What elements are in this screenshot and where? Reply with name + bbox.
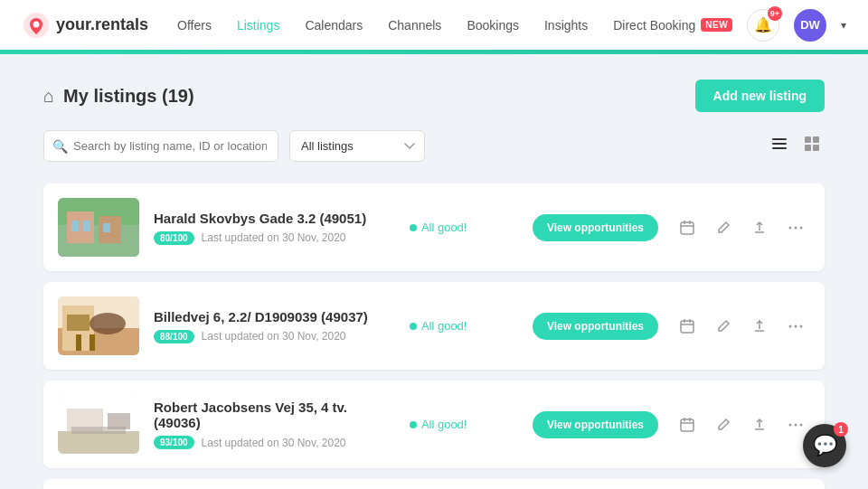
chat-button[interactable]: 💬 1 [803, 424, 846, 467]
listing-status: All good! [410, 221, 518, 234]
status-text: All good! [421, 418, 467, 431]
listing-info: Harald Skovbys Gade 3.2 (49051) 80/100 L… [154, 211, 395, 245]
listing-thumbnail [58, 296, 139, 355]
svg-point-35 [795, 324, 797, 327]
listing-item: Robert Jacobsens Vej 35, 4 tv. (49036) 9… [43, 381, 825, 468]
add-new-listing-button[interactable]: Add new listing [695, 80, 825, 112]
user-avatar[interactable]: DW [794, 9, 826, 42]
listing-actions [673, 410, 810, 439]
svg-point-49 [800, 423, 803, 426]
svg-rect-29 [90, 334, 95, 351]
listing-meta: 93/100 Last updated on 30 Nov, 2020 [154, 436, 395, 449]
calendar-icon [679, 318, 695, 334]
search-icon: 🔍 [52, 139, 68, 154]
listing-name: Harald Skovbys Gade 3.2 (49051) [154, 211, 395, 226]
status-dot [410, 323, 417, 330]
calendar-icon [679, 417, 695, 433]
search-input[interactable] [43, 130, 278, 162]
listing-item: Billedvej 6, 2.2/ D1909039 (49037) 88/10… [43, 282, 825, 370]
view-opportunities-button[interactable]: View opportunities [533, 411, 658, 438]
notifications-button[interactable]: 🔔 9+ [747, 9, 779, 42]
svg-rect-4 [772, 147, 787, 149]
share-button[interactable] [745, 410, 774, 439]
page-title: ⌂ My listings (19) [43, 86, 194, 107]
calendar-button[interactable] [673, 213, 702, 242]
filters-row: 🔍 All listings Active Inactive Archived [43, 130, 825, 162]
svg-point-48 [795, 423, 797, 426]
svg-rect-15 [103, 223, 110, 232]
svg-point-36 [800, 324, 803, 327]
edit-button[interactable] [709, 410, 738, 439]
calendar-button[interactable] [673, 312, 702, 341]
svg-rect-5 [805, 136, 811, 143]
share-icon [752, 418, 767, 432]
calendar-icon [679, 220, 695, 236]
grid-view-icon [803, 135, 821, 153]
more-icon [788, 423, 803, 427]
nav-insights[interactable]: Insights [544, 18, 588, 33]
listing-name: Billedvej 6, 2.2/ D1909039 (49037) [154, 309, 395, 324]
more-icon [788, 226, 803, 230]
share-icon [752, 221, 767, 235]
svg-point-21 [795, 226, 797, 229]
edit-button[interactable] [709, 312, 738, 341]
listing-item: Harald Skovbys Gade 3.2 (49051) 80/100 L… [43, 183, 825, 271]
svg-rect-43 [681, 419, 693, 431]
calendar-button[interactable] [673, 410, 702, 439]
status-dot [410, 421, 417, 428]
edit-button[interactable] [709, 213, 738, 242]
svg-rect-14 [83, 221, 90, 231]
notifications-badge: 9+ [768, 6, 782, 21]
logo[interactable]: your.rentals [22, 11, 148, 40]
more-options-button[interactable] [781, 213, 810, 242]
listing-meta: 88/100 Last updated on 30 Nov, 2020 [154, 330, 395, 343]
svg-rect-30 [681, 321, 693, 333]
nav-bookings[interactable]: Bookings [467, 18, 519, 33]
filter-select[interactable]: All listings Active Inactive Archived [289, 130, 425, 162]
listing-actions [673, 213, 810, 242]
svg-rect-2 [772, 138, 787, 140]
svg-point-27 [90, 313, 126, 334]
header: your.rentals Offers Listings Calendars C… [0, 0, 868, 50]
nav-channels[interactable]: Channels [388, 18, 441, 33]
more-options-button[interactable] [781, 312, 810, 341]
main-content: ⌂ My listings (19) Add new listing 🔍 All… [0, 54, 868, 489]
edit-icon [716, 221, 731, 235]
svg-rect-16 [681, 222, 693, 234]
nav-direct-booking[interactable]: Direct Booking NEW [613, 18, 732, 33]
listing-thumbnail [58, 198, 139, 257]
listings-container: Harald Skovbys Gade 3.2 (49051) 80/100 L… [43, 183, 825, 489]
nav-offers[interactable]: Offers [177, 18, 212, 33]
last-updated: Last updated on 30 Nov, 2020 [202, 437, 346, 449]
svg-rect-8 [813, 145, 819, 151]
list-view-button[interactable] [767, 131, 792, 161]
listing-info: Robert Jacobsens Vej 35, 4 tv. (49036) 9… [154, 400, 395, 449]
home-icon: ⌂ [43, 86, 54, 107]
header-right: 🔔 9+ DW ▾ [747, 9, 846, 42]
listing-meta: 80/100 Last updated on 30 Nov, 2020 [154, 231, 395, 245]
share-icon [752, 319, 767, 334]
nav-calendars[interactable]: Calendars [305, 18, 363, 33]
share-button[interactable] [745, 213, 774, 242]
avatar-dropdown-icon[interactable]: ▾ [841, 19, 846, 32]
svg-point-47 [789, 423, 792, 426]
svg-rect-42 [71, 427, 126, 434]
logo-icon [22, 11, 51, 40]
svg-rect-13 [71, 221, 79, 231]
share-button[interactable] [745, 312, 774, 341]
new-badge: NEW [701, 18, 732, 32]
view-opportunities-button[interactable]: View opportunities [533, 313, 658, 340]
svg-point-1 [33, 21, 40, 27]
view-opportunities-button[interactable]: View opportunities [533, 214, 658, 241]
edit-icon [716, 418, 731, 432]
listing-item: Prinsessegade 52, ground floor/ A1809017… [43, 479, 825, 489]
more-icon [788, 324, 803, 328]
svg-point-22 [800, 226, 803, 229]
score-badge: 88/100 [154, 330, 194, 343]
listing-status: All good! [410, 418, 518, 431]
last-updated: Last updated on 30 Nov, 2020 [202, 231, 346, 244]
grid-view-button[interactable] [799, 131, 825, 161]
status-text: All good! [421, 221, 467, 234]
nav-listings[interactable]: Listings [237, 18, 279, 33]
last-updated: Last updated on 30 Nov, 2020 [202, 330, 346, 343]
